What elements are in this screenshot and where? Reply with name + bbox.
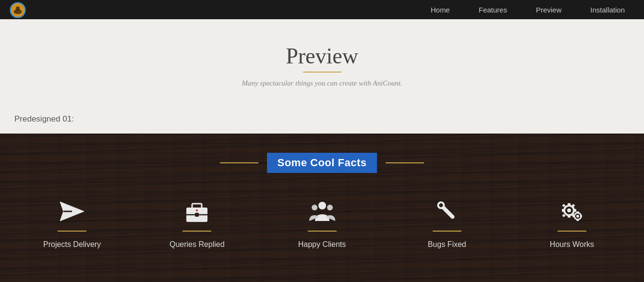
projects-divider bbox=[58, 231, 86, 232]
preview-subtitle: Many spectacular things you can create w… bbox=[10, 79, 634, 87]
preview-title: Preview bbox=[10, 43, 634, 69]
svg-point-3 bbox=[16, 6, 20, 11]
svg-rect-33 bbox=[580, 215, 582, 218]
stat-item-queries: Queries Replied bbox=[134, 197, 259, 249]
hours-divider bbox=[558, 231, 586, 232]
svg-rect-30 bbox=[576, 211, 579, 213]
wrench-icon bbox=[433, 197, 462, 226]
svg-point-12 bbox=[318, 202, 326, 209]
preview-underline bbox=[303, 72, 341, 73]
stat-item-projects: Projects Delivery bbox=[10, 197, 134, 249]
svg-point-13 bbox=[312, 205, 317, 210]
projects-icon-wrap bbox=[58, 197, 86, 232]
svg-rect-32 bbox=[573, 215, 575, 218]
stat-label-clients: Happy Clients bbox=[298, 240, 346, 249]
svg-rect-7 bbox=[192, 204, 202, 208]
facts-line-right bbox=[386, 162, 424, 163]
svg-rect-22 bbox=[562, 209, 564, 212]
stat-label-projects: Projects Delivery bbox=[43, 240, 101, 249]
queries-divider bbox=[182, 231, 211, 232]
users-icon bbox=[308, 197, 337, 226]
stats-grid: Projects Delivery Querie bbox=[10, 197, 634, 249]
hours-icon-wrap bbox=[558, 197, 586, 232]
stat-item-bugs: Bugs Fixed bbox=[385, 197, 510, 249]
bugs-divider bbox=[433, 231, 462, 232]
gears-icon bbox=[558, 197, 586, 226]
svg-point-19 bbox=[567, 208, 571, 212]
facts-line-left bbox=[220, 162, 258, 163]
bugs-icon-wrap bbox=[433, 197, 462, 232]
send-icon bbox=[58, 197, 86, 226]
svg-rect-9 bbox=[195, 213, 199, 217]
clients-icon-wrap bbox=[308, 197, 337, 232]
nav-features[interactable]: Features bbox=[479, 6, 507, 14]
facts-section: Some Cool Facts Projects Delivery bbox=[0, 134, 644, 282]
nav-links: Home Features Preview Installation bbox=[431, 6, 625, 14]
svg-point-29 bbox=[576, 215, 579, 218]
svg-rect-21 bbox=[568, 215, 571, 218]
preview-section: Preview Many spectacular things you can … bbox=[0, 19, 644, 107]
svg-rect-23 bbox=[574, 209, 576, 212]
nav-preview[interactable]: Preview bbox=[536, 6, 561, 14]
briefcase-icon bbox=[182, 197, 211, 226]
nav-home[interactable]: Home bbox=[431, 6, 450, 14]
nav-installation[interactable]: Installation bbox=[590, 6, 625, 14]
queries-icon-wrap bbox=[182, 197, 211, 232]
stat-label-bugs: Bugs Fixed bbox=[428, 240, 466, 249]
svg-point-14 bbox=[327, 205, 333, 210]
clients-divider bbox=[308, 231, 337, 232]
stat-item-hours: Hours Works bbox=[510, 197, 634, 249]
svg-rect-31 bbox=[576, 219, 579, 221]
stat-label-queries: Queries Replied bbox=[170, 240, 225, 249]
facts-header: Some Cool Facts bbox=[10, 153, 634, 173]
predesigned-section: Predesigned 01: bbox=[0, 107, 644, 134]
stat-label-hours: Hours Works bbox=[550, 240, 594, 249]
stat-item-clients: Happy Clients bbox=[259, 197, 384, 249]
predesigned-label: Predesigned 01: bbox=[14, 114, 74, 123]
facts-title: Some Cool Facts bbox=[267, 153, 377, 173]
svg-rect-20 bbox=[568, 203, 571, 206]
navbar: Home Features Preview Installation bbox=[0, 0, 644, 19]
